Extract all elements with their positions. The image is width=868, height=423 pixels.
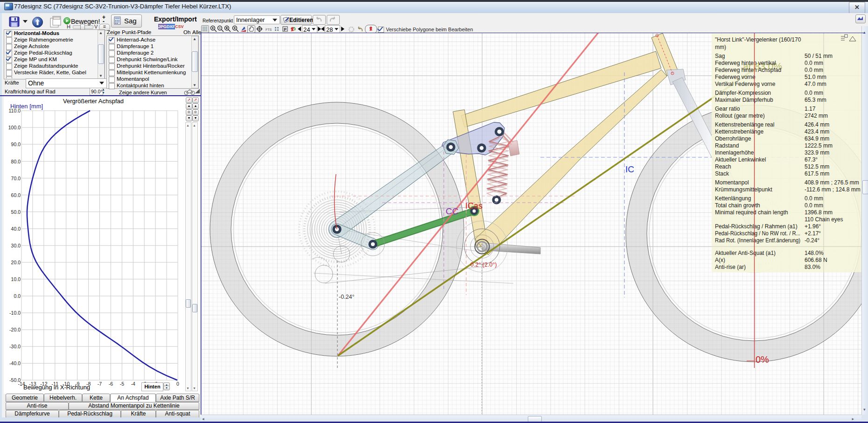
svg-text:0.2° (2.0°): 0.2° (2.0°) bbox=[470, 261, 497, 268]
svg-text:mm): mm) bbox=[715, 44, 726, 50]
svg-text:Federweg hinten vertikal: Federweg hinten vertikal bbox=[715, 60, 776, 66]
svg-text:70.0: 70.0 bbox=[11, 176, 21, 181]
svg-text:0.0 mm: 0.0 mm bbox=[805, 202, 823, 209]
svg-text:-30.0: -30.0 bbox=[9, 344, 21, 349]
svg-text:Innenlagerhöhe: Innenlagerhöhe bbox=[715, 149, 754, 156]
svg-text:IC: IC bbox=[625, 164, 634, 174]
svg-text:-20.0: -20.0 bbox=[9, 327, 21, 332]
svg-text:-112.6 mm ; 124.8 mm: -112.6 mm ; 124.8 mm bbox=[805, 186, 861, 193]
svg-text:Sag: Sag bbox=[715, 53, 725, 59]
svg-text:51.0 mm: 51.0 mm bbox=[805, 74, 826, 80]
svg-text:Kettenstrebenlänge real: Kettenstrebenlänge real bbox=[715, 121, 774, 128]
svg-text:Maximaler Dämpferhub: Maximaler Dämpferhub bbox=[715, 97, 773, 103]
svg-text:+1.96°: +1.96° bbox=[805, 223, 821, 230]
svg-text:Vergrößerter Achspfad: Vergrößerter Achspfad bbox=[63, 98, 124, 105]
svg-text:A(x): A(x) bbox=[715, 257, 725, 263]
svg-text:40.0: 40.0 bbox=[11, 226, 21, 232]
svg-text:0.0 mm: 0.0 mm bbox=[805, 67, 823, 73]
svg-text:Minimal required chain length: Minimal required chain length bbox=[715, 209, 788, 216]
svg-text:110 Chain eyes: 110 Chain eyes bbox=[805, 216, 843, 223]
svg-text:0.0 mm: 0.0 mm bbox=[805, 195, 823, 202]
svg-text:606.68 N: 606.68 N bbox=[805, 257, 827, 263]
svg-text:110.0: 110.0 bbox=[9, 108, 21, 113]
svg-text:148.0%: 148.0% bbox=[805, 250, 824, 256]
svg-text:Momentanpol: Momentanpol bbox=[715, 179, 749, 186]
svg-text:Federweg vorne: Federweg vorne bbox=[715, 74, 756, 80]
svg-text:80.0: 80.0 bbox=[11, 159, 21, 164]
svg-text:Pedal-Rückschlag / No RW rot.: Pedal-Rückschlag / No RW rot. / R... bbox=[715, 230, 800, 237]
svg-text:512.5 mm: 512.5 mm bbox=[805, 163, 829, 170]
svg-text:323.9 mm: 323.9 mm bbox=[805, 149, 829, 156]
svg-text:67.3°: 67.3° bbox=[805, 156, 818, 163]
svg-text:Dämpfer-Kompression: Dämpfer-Kompression bbox=[715, 90, 771, 96]
svg-text:Aktueller Anti-Squat (a1): Aktueller Anti-Squat (a1) bbox=[715, 250, 776, 256]
svg-text:408.9 mm ; 276.5 mm: 408.9 mm ; 276.5 mm bbox=[805, 179, 859, 186]
svg-text:-7: -7 bbox=[98, 381, 102, 387]
svg-text:2742 mm: 2742 mm bbox=[805, 113, 828, 119]
svg-text:Vertikal Federweg vorne: Vertikal Federweg vorne bbox=[715, 81, 776, 87]
svg-text:47.0 mm: 47.0 mm bbox=[805, 81, 826, 87]
svg-text:617.5 mm: 617.5 mm bbox=[805, 170, 829, 177]
svg-text:-4: -4 bbox=[131, 381, 135, 387]
svg-text:0.0: 0.0 bbox=[14, 293, 21, 299]
svg-text:0.0 mm: 0.0 mm bbox=[805, 60, 823, 66]
svg-text:1.17: 1.17 bbox=[805, 106, 816, 112]
svg-text:Gear ratio: Gear ratio bbox=[715, 106, 740, 112]
svg-text:Total chain growth: Total chain growth bbox=[715, 202, 760, 209]
svg-text:Bewegung in X-Richtung: Bewegung in X-Richtung bbox=[23, 384, 90, 391]
svg-text:FTS: FTS bbox=[266, 28, 272, 31]
svg-text:Radstand: Radstand bbox=[715, 142, 739, 149]
svg-text:-0.24°: -0.24° bbox=[805, 237, 819, 244]
svg-text:30.0: 30.0 bbox=[11, 243, 21, 248]
svg-text:"Horst Link"-Viergelenker (160: "Horst Link"-Viergelenker (160/170 bbox=[715, 36, 801, 43]
svg-text:0%: 0% bbox=[756, 354, 769, 365]
svg-text:50.0: 50.0 bbox=[11, 209, 21, 215]
svg-text:65.3 mm: 65.3 mm bbox=[805, 97, 826, 103]
svg-text:0: 0 bbox=[176, 381, 179, 387]
svg-text:50 / 51 mm: 50 / 51 mm bbox=[805, 53, 833, 59]
svg-text:83.0%: 83.0% bbox=[805, 264, 820, 270]
svg-text:Krümmungsmittelpunkt: Krümmungsmittelpunkt bbox=[715, 186, 772, 193]
svg-text:20.0: 20.0 bbox=[11, 260, 21, 265]
svg-text:+2.17°: +2.17° bbox=[805, 230, 821, 237]
svg-text:Stack: Stack bbox=[715, 170, 729, 177]
svg-text:Federweg hinten Achspfad: Federweg hinten Achspfad bbox=[715, 67, 781, 73]
svg-text:Reach: Reach bbox=[715, 163, 731, 170]
svg-text:Kettenstrebenlänge: Kettenstrebenlänge bbox=[715, 128, 763, 135]
svg-text:-6: -6 bbox=[109, 381, 113, 387]
svg-text:ICas: ICas bbox=[465, 201, 483, 211]
svg-text:0.0 mm: 0.0 mm bbox=[805, 90, 823, 96]
svg-text:1396.8 mm: 1396.8 mm bbox=[805, 209, 833, 216]
svg-text:Rad Rot. (Innenlager Entf.ände: Rad Rot. (Innenlager Entf.änderung) bbox=[715, 237, 800, 244]
svg-text:Anti-rise (ar): Anti-rise (ar) bbox=[715, 264, 746, 270]
svg-text:100.0: 100.0 bbox=[8, 125, 21, 130]
svg-text:-10.0: -10.0 bbox=[9, 310, 21, 316]
svg-text:423.4 mm: 423.4 mm bbox=[805, 128, 829, 135]
svg-text:Aktueller Lenkwinkel: Aktueller Lenkwinkel bbox=[715, 156, 766, 163]
svg-text:Rollout (gear metre): Rollout (gear metre) bbox=[715, 113, 765, 119]
svg-text:426.4 mm: 426.4 mm bbox=[805, 121, 829, 128]
svg-text:10.0: 10.0 bbox=[11, 276, 21, 282]
svg-text:-5: -5 bbox=[120, 381, 124, 387]
svg-text:Pedal-Rückschlag / Rahmen (a1): Pedal-Rückschlag / Rahmen (a1) bbox=[715, 223, 798, 230]
svg-text:CC: CC bbox=[446, 206, 458, 216]
svg-text:-0.24°: -0.24° bbox=[339, 294, 355, 300]
svg-text:P: P bbox=[284, 27, 287, 32]
svg-text:90.0: 90.0 bbox=[11, 141, 21, 147]
svg-text:1222.5 mm: 1222.5 mm bbox=[805, 142, 833, 149]
svg-text:634.9 mm: 634.9 mm bbox=[805, 135, 829, 142]
svg-text:Oberrohrlänge: Oberrohrlänge bbox=[715, 135, 751, 142]
svg-text:Kettenlängung: Kettenlängung bbox=[715, 195, 751, 202]
svg-text:60.0: 60.0 bbox=[11, 192, 21, 198]
svg-text:-40.0: -40.0 bbox=[9, 360, 21, 366]
